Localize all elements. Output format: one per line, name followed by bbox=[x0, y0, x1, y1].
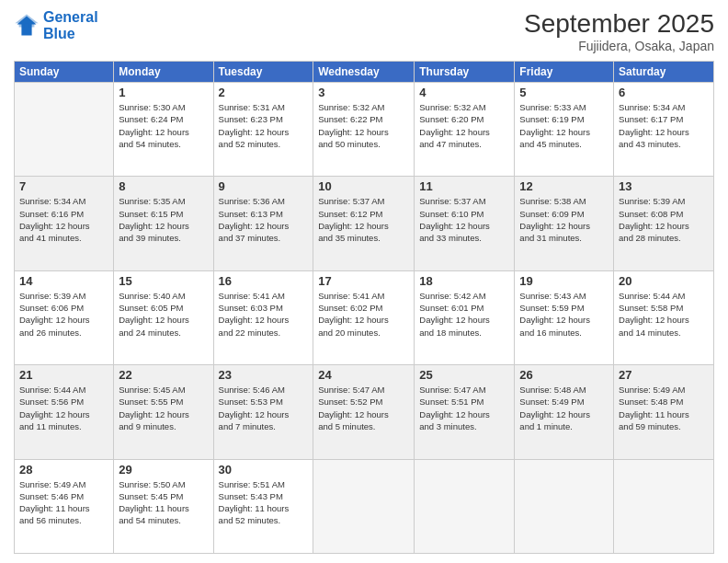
table-row: 17Sunrise: 5:41 AM Sunset: 6:02 PM Dayli… bbox=[313, 270, 415, 364]
day-info: Sunrise: 5:47 AM Sunset: 5:52 PM Dayligh… bbox=[318, 384, 409, 432]
table-row: 27Sunrise: 5:49 AM Sunset: 5:48 PM Dayli… bbox=[614, 365, 714, 459]
day-info: Sunrise: 5:46 AM Sunset: 5:53 PM Dayligh… bbox=[219, 384, 309, 432]
day-info: Sunrise: 5:37 AM Sunset: 6:12 PM Dayligh… bbox=[318, 195, 409, 244]
table-row: 1Sunrise: 5:30 AM Sunset: 6:24 PM Daylig… bbox=[114, 83, 213, 177]
day-number: 30 bbox=[219, 463, 309, 477]
table-row: 4Sunrise: 5:32 AM Sunset: 6:20 PM Daylig… bbox=[415, 83, 515, 177]
day-number: 23 bbox=[219, 368, 309, 382]
table-row: 8Sunrise: 5:35 AM Sunset: 6:15 PM Daylig… bbox=[114, 177, 213, 270]
logo-icon bbox=[14, 13, 40, 39]
col-sunday: Sunday bbox=[15, 62, 114, 83]
day-info: Sunrise: 5:48 AM Sunset: 5:49 PM Dayligh… bbox=[519, 384, 609, 432]
header: General Blue September 2025 Fujiidera, O… bbox=[14, 9, 714, 53]
table-row: 12Sunrise: 5:38 AM Sunset: 6:09 PM Dayli… bbox=[515, 177, 614, 270]
col-saturday: Saturday bbox=[614, 62, 714, 83]
day-info: Sunrise: 5:39 AM Sunset: 6:08 PM Dayligh… bbox=[619, 195, 709, 244]
logo-text: General Blue bbox=[43, 9, 98, 41]
table-row bbox=[415, 459, 515, 553]
day-number: 17 bbox=[318, 274, 409, 288]
table-row: 28Sunrise: 5:49 AM Sunset: 5:46 PM Dayli… bbox=[15, 459, 114, 553]
table-row: 6Sunrise: 5:34 AM Sunset: 6:17 PM Daylig… bbox=[614, 83, 714, 177]
table-row: 22Sunrise: 5:45 AM Sunset: 5:55 PM Dayli… bbox=[114, 365, 213, 459]
day-number: 11 bbox=[419, 179, 509, 193]
day-info: Sunrise: 5:32 AM Sunset: 6:20 PM Dayligh… bbox=[419, 101, 509, 150]
day-number: 2 bbox=[219, 86, 309, 99]
day-number: 8 bbox=[119, 179, 208, 193]
day-number: 28 bbox=[19, 463, 108, 477]
col-tuesday: Tuesday bbox=[213, 62, 313, 83]
day-info: Sunrise: 5:51 AM Sunset: 5:43 PM Dayligh… bbox=[219, 478, 309, 527]
day-info: Sunrise: 5:41 AM Sunset: 6:03 PM Dayligh… bbox=[219, 290, 309, 339]
table-row: 5Sunrise: 5:33 AM Sunset: 6:19 PM Daylig… bbox=[515, 83, 614, 177]
table-row: 15Sunrise: 5:40 AM Sunset: 6:05 PM Dayli… bbox=[114, 270, 213, 364]
table-row: 14Sunrise: 5:39 AM Sunset: 6:06 PM Dayli… bbox=[15, 270, 114, 364]
day-info: Sunrise: 5:37 AM Sunset: 6:10 PM Dayligh… bbox=[419, 195, 509, 244]
day-number: 9 bbox=[219, 179, 309, 193]
day-info: Sunrise: 5:44 AM Sunset: 5:56 PM Dayligh… bbox=[19, 384, 108, 432]
day-number: 3 bbox=[318, 86, 409, 99]
day-number: 4 bbox=[419, 86, 509, 99]
day-info: Sunrise: 5:45 AM Sunset: 5:55 PM Dayligh… bbox=[119, 384, 208, 432]
day-number: 27 bbox=[619, 368, 709, 382]
table-row bbox=[614, 459, 714, 553]
table-row: 29Sunrise: 5:50 AM Sunset: 5:45 PM Dayli… bbox=[114, 459, 213, 553]
day-number: 21 bbox=[19, 368, 108, 382]
day-info: Sunrise: 5:39 AM Sunset: 6:06 PM Dayligh… bbox=[19, 290, 108, 339]
day-number: 26 bbox=[519, 368, 609, 382]
day-number: 10 bbox=[318, 179, 409, 193]
day-number: 16 bbox=[219, 274, 309, 288]
col-thursday: Thursday bbox=[415, 62, 515, 83]
calendar-week-row: 7Sunrise: 5:34 AM Sunset: 6:16 PM Daylig… bbox=[15, 177, 714, 270]
table-row: 7Sunrise: 5:34 AM Sunset: 6:16 PM Daylig… bbox=[15, 177, 114, 270]
table-row: 11Sunrise: 5:37 AM Sunset: 6:10 PM Dayli… bbox=[415, 177, 515, 270]
title-block: September 2025 Fujiidera, Osaka, Japan bbox=[524, 9, 714, 53]
day-number: 18 bbox=[419, 274, 509, 288]
day-info: Sunrise: 5:34 AM Sunset: 6:16 PM Dayligh… bbox=[19, 195, 108, 244]
day-number: 5 bbox=[519, 86, 609, 99]
day-number: 14 bbox=[19, 274, 108, 288]
table-row: 24Sunrise: 5:47 AM Sunset: 5:52 PM Dayli… bbox=[313, 365, 415, 459]
day-info: Sunrise: 5:49 AM Sunset: 5:46 PM Dayligh… bbox=[19, 478, 108, 527]
day-info: Sunrise: 5:40 AM Sunset: 6:05 PM Dayligh… bbox=[119, 290, 208, 339]
day-number: 6 bbox=[619, 86, 709, 99]
col-monday: Monday bbox=[114, 62, 213, 83]
day-info: Sunrise: 5:50 AM Sunset: 5:45 PM Dayligh… bbox=[119, 478, 208, 527]
table-row: 18Sunrise: 5:42 AM Sunset: 6:01 PM Dayli… bbox=[415, 270, 515, 364]
day-number: 1 bbox=[119, 86, 208, 99]
day-info: Sunrise: 5:43 AM Sunset: 5:59 PM Dayligh… bbox=[519, 290, 609, 339]
page: General Blue September 2025 Fujiidera, O… bbox=[0, 0, 728, 563]
day-number: 7 bbox=[19, 179, 108, 193]
day-number: 25 bbox=[419, 368, 509, 382]
calendar-header-row: Sunday Monday Tuesday Wednesday Thursday… bbox=[15, 62, 714, 83]
logo: General Blue bbox=[14, 9, 98, 41]
table-row: 20Sunrise: 5:44 AM Sunset: 5:58 PM Dayli… bbox=[614, 270, 714, 364]
col-wednesday: Wednesday bbox=[313, 62, 415, 83]
day-info: Sunrise: 5:38 AM Sunset: 6:09 PM Dayligh… bbox=[519, 195, 609, 244]
logo-line1: General bbox=[43, 9, 98, 25]
table-row: 25Sunrise: 5:47 AM Sunset: 5:51 PM Dayli… bbox=[415, 365, 515, 459]
day-number: 13 bbox=[619, 179, 709, 193]
day-number: 24 bbox=[318, 368, 409, 382]
day-info: Sunrise: 5:35 AM Sunset: 6:15 PM Dayligh… bbox=[119, 195, 208, 244]
calendar-week-row: 28Sunrise: 5:49 AM Sunset: 5:46 PM Dayli… bbox=[15, 459, 714, 553]
table-row: 3Sunrise: 5:32 AM Sunset: 6:22 PM Daylig… bbox=[313, 83, 415, 177]
day-info: Sunrise: 5:30 AM Sunset: 6:24 PM Dayligh… bbox=[119, 101, 208, 150]
calendar-week-row: 1Sunrise: 5:30 AM Sunset: 6:24 PM Daylig… bbox=[15, 83, 714, 177]
day-number: 29 bbox=[119, 463, 208, 477]
table-row: 30Sunrise: 5:51 AM Sunset: 5:43 PM Dayli… bbox=[213, 459, 313, 553]
table-row: 23Sunrise: 5:46 AM Sunset: 5:53 PM Dayli… bbox=[213, 365, 313, 459]
calendar: Sunday Monday Tuesday Wednesday Thursday… bbox=[14, 61, 714, 554]
day-info: Sunrise: 5:49 AM Sunset: 5:48 PM Dayligh… bbox=[619, 384, 709, 432]
day-info: Sunrise: 5:34 AM Sunset: 6:17 PM Dayligh… bbox=[619, 101, 709, 150]
table-row: 26Sunrise: 5:48 AM Sunset: 5:49 PM Dayli… bbox=[515, 365, 614, 459]
logo-line2: Blue bbox=[43, 26, 75, 41]
calendar-week-row: 14Sunrise: 5:39 AM Sunset: 6:06 PM Dayli… bbox=[15, 270, 714, 364]
day-info: Sunrise: 5:47 AM Sunset: 5:51 PM Dayligh… bbox=[419, 384, 509, 432]
day-info: Sunrise: 5:31 AM Sunset: 6:23 PM Dayligh… bbox=[219, 101, 309, 150]
day-number: 15 bbox=[119, 274, 208, 288]
location: Fujiidera, Osaka, Japan bbox=[524, 39, 714, 53]
table-row: 19Sunrise: 5:43 AM Sunset: 5:59 PM Dayli… bbox=[515, 270, 614, 364]
table-row: 10Sunrise: 5:37 AM Sunset: 6:12 PM Dayli… bbox=[313, 177, 415, 270]
day-info: Sunrise: 5:41 AM Sunset: 6:02 PM Dayligh… bbox=[318, 290, 409, 339]
table-row bbox=[515, 459, 614, 553]
